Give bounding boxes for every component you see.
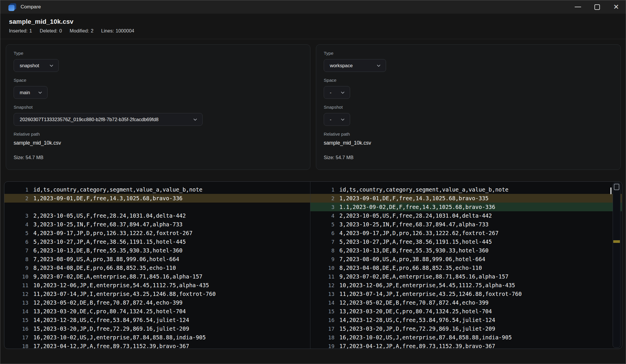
diff-row[interactable]: 1817,2023-04-12,JP,A,free,89.73,1152.39,… <box>4 342 310 349</box>
diff-pane-left: 1id,ts,country,category,segment,value_a,… <box>4 182 310 349</box>
relative-path-label: Relative path <box>324 132 613 137</box>
close-button[interactable]: ✕ <box>607 0 626 14</box>
line-text: 7,2023-08-09,US,A,pro,38.88,999.06,hotel… <box>33 256 179 262</box>
diff-row-spacer[interactable] <box>4 203 310 211</box>
line-text: 16,2023-10-02,US,J,enterprise,87.84,858.… <box>339 334 512 341</box>
line-text: 11,2023-07-14,JP,I,enterprise,43.25,1246… <box>339 291 522 297</box>
line-text: 2,2023-10-05,US,F,free,28.24,1031.04,del… <box>33 212 186 219</box>
chevron-down-icon <box>340 117 345 122</box>
line-text: 8,2023-04-08,DE,E,pro,66.88,852.35,echo-… <box>33 265 176 271</box>
type-select-right-value: workspace <box>330 63 353 68</box>
diff-row[interactable]: 31.1,2023-09-02,DE,F,free,14.3,1025.68,b… <box>310 203 622 211</box>
minimize-icon <box>575 7 581 7</box>
diff-row[interactable]: 1615,2023-03-20,JP,D,free,72.29,869.16,j… <box>4 324 310 333</box>
diff-row[interactable]: 109,2023-07-02,DE,A,enterprise,88.71,845… <box>4 272 310 281</box>
diff-row[interactable]: 1716,2023-10-02,US,J,enterprise,87.84,85… <box>4 333 310 342</box>
maximize-button[interactable] <box>587 0 607 14</box>
chevron-down-icon <box>376 63 381 68</box>
type-select-right[interactable]: workspace <box>324 59 386 72</box>
diff-row[interactable]: 21,2023-09-01,DE,F,free,14.3,1025.68,bra… <box>4 194 310 203</box>
minimize-button[interactable] <box>568 0 587 14</box>
diff-row[interactable]: 1614,2023-12-28,US,C,free,53.84,976.54,j… <box>310 316 622 324</box>
diff-row[interactable]: 1110,2023-12-06,JP,E,enterprise,54.45,11… <box>4 281 310 290</box>
change-marker <box>613 240 620 243</box>
diff-row[interactable]: 119,2023-07-02,DE,A,enterprise,88.71,845… <box>310 272 622 281</box>
line-number: 8 <box>4 256 33 262</box>
diff-row[interactable]: 32,2023-10-05,US,F,free,28.24,1031.04,de… <box>4 211 310 220</box>
diff-row[interactable]: 1816,2023-10-02,US,J,enterprise,87.84,85… <box>310 333 622 342</box>
line-number: 11 <box>310 274 339 280</box>
diff-row[interactable]: 108,2023-04-08,DE,E,pro,66.88,852.35,ech… <box>310 263 622 272</box>
diff-row[interactable]: 1312,2023-05-02,DE,B,free,70.87,872.44,e… <box>4 298 310 307</box>
titlebar: Compare ✕ <box>0 0 626 14</box>
line-text: 6,2023-10-13,DE,B,free,55.35,930.33,hote… <box>33 247 183 254</box>
line-text: 12,2023-05-02,DE,B,free,70.87,872.44,ech… <box>339 299 489 306</box>
diff-row[interactable]: 1id,ts,country,category,segment,value_a,… <box>310 185 622 194</box>
line-text: 14,2023-12-28,US,C,free,53.84,976.54,jul… <box>33 317 189 323</box>
type-label: Type <box>14 51 303 56</box>
line-number: 10 <box>310 265 339 271</box>
line-text: 1,2023-09-01,DE,F,free,14.3,1025.68,brav… <box>33 195 183 201</box>
diff-row[interactable]: 43,2023-10-25,IN,F,free,68.37,894.47,alp… <box>4 220 310 229</box>
space-select-right[interactable]: - <box>324 86 350 99</box>
diff-row[interactable]: 53,2023-10-25,IN,F,free,68.37,894.47,alp… <box>310 220 622 229</box>
line-number: 3 <box>4 213 33 219</box>
file-header: sample_mid_10k.csv Inserted:1 Deleted:0 … <box>0 14 626 39</box>
line-number: 15 <box>4 317 33 323</box>
stat-modified: Modified:2 <box>70 28 93 33</box>
diff-row[interactable]: 97,2023-08-09,US,A,pro,38.88,999.06,hote… <box>310 255 622 263</box>
left-source-panel: Type snapshot Space main Snapshot 202603… <box>6 44 310 170</box>
diff-row[interactable]: 76,2023-10-13,DE,B,free,55.35,930.33,hot… <box>4 246 310 255</box>
diff-row[interactable]: 64,2023-09-17,JP,D,pro,126.33,1222.62,fo… <box>310 229 622 237</box>
diff-row[interactable]: 1412,2023-05-02,DE,B,free,70.87,872.44,e… <box>310 298 622 307</box>
line-text: 3,2023-10-25,IN,F,free,68.37,894.47,alph… <box>33 221 183 228</box>
line-number: 11 <box>4 282 33 288</box>
maximize-icon <box>594 4 600 10</box>
line-text: 17,2023-04-12,JP,A,free,89.73,1152.39,br… <box>339 343 495 349</box>
diff-row[interactable]: 1513,2023-03-20,DE,C,pro,80.74,1324.25,h… <box>310 307 622 316</box>
line-text: 8,2023-04-08,DE,E,pro,66.88,852.35,echo-… <box>339 265 482 271</box>
diff-row[interactable]: 1210,2023-12-06,JP,E,enterprise,54.45,11… <box>310 281 622 290</box>
diff-row[interactable]: 87,2023-08-09,US,A,pro,38.88,999.06,hote… <box>4 255 310 263</box>
line-text: 7,2023-08-09,US,A,pro,38.88,999.06,hotel… <box>339 256 485 262</box>
diff-row[interactable]: 21,2023-09-01,DE,F,free,14.3,1025.68,bra… <box>310 194 622 203</box>
diff-row[interactable]: 86,2023-10-13,DE,B,free,55.35,930.33,hot… <box>310 246 622 255</box>
line-number: 1 <box>4 187 33 193</box>
diff-row[interactable]: 1id,ts,country,category,segment,value_a,… <box>4 185 310 194</box>
snapshot-select-right[interactable]: - <box>324 113 350 126</box>
scrollbar-track[interactable] <box>613 183 620 348</box>
diff-row[interactable]: 65,2023-10-27,JP,A,free,38.56,1191.15,ho… <box>4 237 310 246</box>
diff-row[interactable]: 54,2023-09-17,JP,D,pro,126.33,1222.62,fo… <box>4 229 310 237</box>
line-text: id,ts,country,category,segment,value_a,v… <box>339 186 508 193</box>
diff-viewer: 1id,ts,country,category,segment,value_a,… <box>4 181 622 349</box>
relative-path-label: Relative path <box>14 132 303 137</box>
diff-rows-right: 1id,ts,country,category,segment,value_a,… <box>310 185 622 349</box>
space-select-left[interactable]: main <box>14 86 48 99</box>
line-text: 5,2023-10-27,JP,A,free,38.56,1191.15,hot… <box>33 239 186 245</box>
line-text: 4,2023-09-17,JP,D,pro,126.33,1222.62,fox… <box>339 230 498 236</box>
stat-inserted: Inserted:1 <box>9 28 32 33</box>
line-text: 13,2023-03-20,DE,C,pro,80.74,1324.25,hot… <box>33 308 186 314</box>
diff-row[interactable]: 1715,2023-03-20,JP,D,free,72.29,869.16,j… <box>310 324 622 333</box>
diff-row[interactable]: 75,2023-10-27,JP,A,free,38.56,1191.15,ho… <box>310 237 622 246</box>
file-size: Size: 54.7 MB <box>324 155 613 160</box>
line-number: 18 <box>4 343 33 349</box>
diff-row[interactable]: 1311,2023-07-14,JP,I,enterprise,43.25,12… <box>310 290 622 298</box>
diff-row[interactable]: 98,2023-04-08,DE,E,pro,66.88,852.35,echo… <box>4 263 310 272</box>
type-select-left[interactable]: snapshot <box>14 59 59 72</box>
diff-row[interactable]: 42,2023-10-05,US,F,free,28.24,1031.04,de… <box>310 211 622 220</box>
current-change-tick <box>610 188 612 194</box>
line-number: 5 <box>4 230 33 236</box>
line-number: 12 <box>4 291 33 297</box>
space-label: Space <box>324 78 613 83</box>
scrollbar-thumb[interactable] <box>614 184 619 190</box>
snapshot-select-left[interactable]: 20260307T133323576Z_019cc880-b2f8-7b72-b… <box>14 113 203 126</box>
diff-row[interactable]: 1917,2023-04-12,JP,A,free,89.73,1152.39,… <box>310 342 622 349</box>
source-panels: Type snapshot Space main Snapshot 202603… <box>0 39 626 170</box>
line-number: 4 <box>310 213 339 219</box>
diff-row[interactable]: 1211,2023-07-14,JP,I,enterprise,43.25,12… <box>4 290 310 298</box>
line-text: 10,2023-12-06,JP,E,enterprise,54.45,1112… <box>33 282 209 288</box>
diff-row[interactable]: 1413,2023-03-20,DE,C,pro,80.74,1324.25,h… <box>4 307 310 316</box>
diff-row[interactable]: 1514,2023-12-28,US,C,free,53.84,976.54,j… <box>4 316 310 324</box>
line-text: 5,2023-10-27,JP,A,free,38.56,1191.15,hot… <box>339 239 492 245</box>
